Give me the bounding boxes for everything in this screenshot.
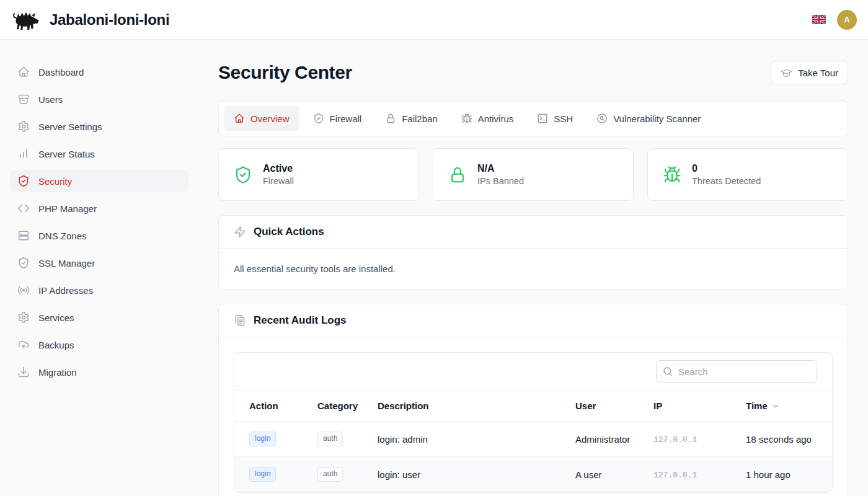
sidebar-item-backups[interactable]: Backups (10, 334, 188, 356)
take-tour-button[interactable]: Take Tour (771, 61, 848, 84)
graduation-cap-icon (781, 67, 792, 79)
log-description: login: admin (363, 422, 560, 457)
sidebar-item-label: PHP Manager (38, 203, 97, 214)
sidebar-item-label: Services (38, 312, 74, 323)
status-card-firewall: Active Firewall (218, 148, 419, 201)
clipboard-copy-icon (234, 314, 246, 327)
brand: Jabaloni-loni-loni (10, 8, 169, 31)
cloud-upload-icon (17, 339, 30, 351)
sidebar-item-dns-zones[interactable]: DNS Zones (10, 224, 188, 247)
tab-firewall[interactable]: Firewall (303, 106, 372, 131)
table-row[interactable]: login auth login: user A user 127.0.0.1 … (234, 457, 832, 492)
tab-fail2ban[interactable]: Fail2ban (375, 106, 448, 131)
column-header-ip: IP (639, 391, 731, 422)
audit-logs-section: Recent Audit Logs (218, 304, 848, 496)
log-ip: 127.0.0.1 (653, 435, 697, 445)
log-time: 18 seconds ago (731, 422, 832, 457)
column-header-action: Action (234, 391, 303, 422)
sidebar-item-label: DNS Zones (38, 231, 87, 241)
top-header: Jabaloni-loni-loni A (0, 0, 868, 40)
chevron-down-icon (771, 402, 780, 410)
audit-logs-title: Recent Audit Logs (254, 314, 347, 327)
audit-search-input[interactable] (656, 360, 817, 383)
action-badge: login (249, 432, 276, 446)
status-value: N/A (477, 163, 524, 174)
shield-check-icon (234, 166, 252, 184)
tab-label: Overview (250, 113, 290, 124)
sidebar-item-label: Backups (38, 340, 74, 350)
sidebar-item-label: Server Status (38, 149, 95, 159)
sidebar-item-server-settings[interactable]: Server Settings (10, 115, 188, 138)
sidebar: Dashboard Users Server Settings Server S… (0, 40, 198, 496)
tab-label: Antivirus (478, 113, 514, 124)
search-circle-icon (596, 113, 608, 124)
sidebar-item-services[interactable]: Services (10, 306, 188, 329)
log-description: login: user (363, 457, 560, 492)
log-user: A user (560, 457, 639, 492)
sidebar-item-dashboard[interactable]: Dashboard (10, 61, 188, 83)
radio-icon (17, 284, 30, 296)
terminal-icon (537, 113, 548, 124)
sidebar-item-migration[interactable]: Migration (10, 361, 188, 383)
download-icon (17, 366, 30, 378)
sidebar-item-label: Security (38, 176, 72, 187)
brand-title: Jabaloni-loni-loni (50, 11, 169, 29)
shield-check-icon (313, 113, 324, 124)
sidebar-item-server-status[interactable]: Server Status (10, 143, 188, 165)
status-label: Firewall (263, 176, 294, 186)
sidebar-item-ip-addresses[interactable]: IP Addresses (10, 279, 188, 301)
quick-actions-title: Quick Actions (254, 226, 324, 238)
sidebar-item-label: Server Settings (38, 122, 102, 132)
column-header-user: User (560, 391, 639, 422)
column-header-description: Description (363, 391, 560, 422)
quick-actions-section: Quick Actions All essential security too… (218, 215, 848, 290)
page-title: Security Center (218, 62, 352, 83)
quick-actions-message: All essential security tools are install… (234, 264, 833, 274)
audit-logs-table-card: Action Category Description User IP Time (234, 352, 833, 493)
security-tabs: Overview Firewall Fail2ban Antivirus SSH… (218, 100, 848, 136)
tab-label: Vulnerability Scanner (613, 113, 701, 124)
tab-overview[interactable]: Overview (224, 106, 299, 131)
sidebar-item-label: IP Addresses (38, 285, 93, 296)
home-icon (234, 113, 245, 124)
sidebar-item-ssl-manager[interactable]: SSL Manager (10, 252, 188, 274)
user-avatar[interactable]: A (837, 10, 857, 30)
action-badge: login (249, 467, 276, 482)
boar-logo-icon (10, 8, 41, 31)
sidebar-item-php-manager[interactable]: PHP Manager (10, 197, 188, 219)
column-header-time[interactable]: Time (731, 391, 832, 422)
log-ip: 127.0.0.1 (653, 471, 697, 480)
sidebar-item-label: Migration (38, 367, 77, 378)
uk-flag-icon[interactable] (812, 15, 826, 24)
lock-icon (448, 166, 467, 184)
search-icon (662, 366, 673, 377)
shield-check-icon (17, 175, 30, 187)
sidebar-item-users[interactable]: Users (10, 88, 188, 110)
category-badge: auth (317, 467, 343, 482)
sidebar-item-label: SSL Manager (38, 258, 95, 268)
shield-check-icon (17, 257, 30, 269)
bar-chart-icon (17, 148, 30, 160)
gear-icon (17, 120, 30, 133)
status-label: Threats Detected (692, 176, 761, 186)
column-header-category: Category (303, 391, 363, 422)
table-row[interactable]: login auth login: admin Administrator 12… (234, 422, 832, 457)
sidebar-item-security[interactable]: Security (10, 170, 188, 192)
main-content: Security Center Take Tour Overview Firew… (198, 40, 868, 496)
tab-vulnerability-scanner[interactable]: Vulnerability Scanner (587, 106, 711, 131)
tab-label: SSH (554, 113, 573, 124)
lock-icon (385, 113, 396, 124)
sidebar-item-label: Dashboard (38, 67, 84, 78)
archive-box-icon (17, 93, 30, 105)
zap-icon (234, 226, 246, 238)
tab-ssh[interactable]: SSH (527, 106, 583, 131)
audit-logs-table: Action Category Description User IP Time (234, 390, 832, 492)
category-badge: auth (317, 432, 343, 446)
server-icon (17, 229, 30, 242)
log-time: 1 hour ago (731, 457, 832, 492)
tab-antivirus[interactable]: Antivirus (451, 106, 524, 131)
status-value: 0 (692, 163, 761, 174)
status-card-threats: 0 Threats Detected (647, 148, 848, 201)
home-icon (17, 66, 30, 78)
status-card-ips-banned: N/A IPs Banned (433, 148, 634, 201)
